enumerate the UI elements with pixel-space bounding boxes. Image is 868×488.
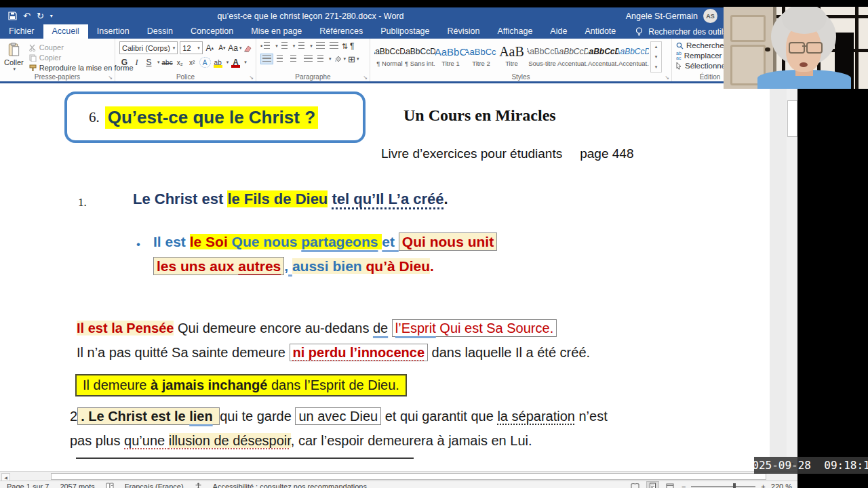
style-accentuat[interactable]: AaBbCcDtAccentuat... (588, 41, 618, 72)
italic-button[interactable]: I (132, 57, 142, 68)
tab-publipostage[interactable]: Publipostage (372, 24, 438, 39)
tab-antidote[interactable]: Antidote (576, 24, 625, 39)
tab-affichage[interactable]: Affichage (488, 24, 541, 39)
text-line-1: Il est la Pensée Qui demeure encore au-d… (77, 321, 557, 336)
screen: ↶ ↻ ▾ qu’est-ce que le christ leçon 271-… (0, 0, 868, 488)
account-area[interactable]: Angele St-Germain AS (626, 9, 717, 23)
align-center-button[interactable] (275, 54, 287, 64)
subscript-button[interactable]: x₂ (175, 57, 185, 68)
paste-button[interactable]: Coller ▾ (4, 41, 24, 72)
font-color-caret-icon[interactable]: ▾ (244, 60, 247, 65)
print-layout-button[interactable] (646, 481, 659, 488)
highlight-caret-icon[interactable]: ▾ (226, 60, 229, 65)
styles-dialog-launcher[interactable]: ↘ (665, 75, 669, 81)
zoom-in-button[interactable]: + (761, 483, 765, 488)
shrink-font-button[interactable]: A▾ (217, 43, 227, 54)
text-segment: qu’une (124, 433, 169, 448)
underline-button[interactable]: S (144, 57, 154, 68)
style-titre-1[interactable]: AaBbCTitre 1 (435, 41, 466, 72)
style-normal[interactable]: AaBbCcDc¶ Normal (374, 41, 405, 72)
tab-dessin[interactable]: Dessin (138, 24, 182, 39)
clear-formatting-button[interactable] (243, 43, 253, 54)
show-paragraph-marks-button[interactable]: ¶ (350, 41, 354, 51)
multilevel-list-button[interactable]: ▾ (297, 41, 313, 51)
strikethrough-button[interactable]: abc (162, 57, 173, 68)
language-indicator[interactable]: Français (France) (125, 483, 184, 488)
zoom-out-button[interactable]: − (682, 483, 686, 488)
replace-label: Remplacer (684, 52, 722, 60)
text-segment: Qui demeure encore au-dedans (174, 321, 373, 336)
text-segment: pas plus (70, 433, 124, 448)
zoom-slider[interactable] (691, 486, 755, 487)
font-dialog-launcher[interactable]: ↘ (249, 75, 254, 81)
change-case-button[interactable]: Aa▾ (229, 43, 241, 54)
search-icon (676, 42, 684, 49)
text-segment: dans l’Esprit de Dieu. (271, 378, 399, 392)
styles-scroll-down-icon[interactable]: ▾ (655, 54, 658, 60)
align-left-button[interactable] (260, 54, 273, 64)
horizontal-scrollbar-thumb[interactable] (51, 473, 766, 480)
text-highlight-button[interactable]: ab (213, 57, 223, 68)
increase-indent-button[interactable] (328, 41, 340, 51)
font-group-label: Police (115, 73, 256, 81)
clipboard-group-label: Presse-papiers (0, 73, 115, 81)
font-color-button[interactable]: A (231, 57, 241, 68)
styles-scroll-up-icon[interactable]: ▴ (655, 44, 658, 49)
justify-button[interactable] (302, 54, 314, 64)
zoom-slider-thumb[interactable] (733, 483, 736, 488)
avatar[interactable]: AS (703, 9, 717, 23)
tab-insertion[interactable]: Insertion (88, 24, 138, 39)
copy-label: Copier (39, 54, 61, 62)
styles-gallery-scroll[interactable]: ▴ ▾ ▾ (650, 41, 662, 73)
read-mode-icon (631, 483, 639, 488)
line-spacing-button[interactable]: ▾ (316, 54, 332, 64)
style-accentuat[interactable]: AaBbCcDtAccentuat... (618, 41, 649, 72)
style-titre-2[interactable]: AaBbCcITitre 2 (466, 41, 496, 72)
style-sous-titre[interactable]: AaBbCcDSous-titre (527, 41, 557, 72)
zoom-level[interactable]: 220 % (771, 483, 792, 488)
superscript-button[interactable]: x² (187, 57, 197, 68)
read-mode-button[interactable] (629, 482, 641, 488)
vertical-scrollbar[interactable]: ▼ (787, 85, 797, 471)
numbering-button[interactable]: ▾ (280, 41, 296, 51)
bold-button[interactable]: G (119, 57, 130, 68)
bullets-button[interactable]: •▾ (260, 41, 278, 51)
grow-font-button[interactable]: A▴ (205, 43, 215, 54)
book-subtitle: Livre d’exercices pour étudiantspage 448 (381, 146, 633, 161)
paragraph-dialog-launcher[interactable]: ↘ (363, 75, 368, 81)
sort-button[interactable]: ⇅ (342, 42, 348, 51)
document-page[interactable]: 6. Qu’est-ce que le Christ ? Un Cours en… (0, 85, 770, 471)
text-segment: à jamais inchangé (151, 378, 271, 392)
decrease-indent-button[interactable] (315, 41, 326, 51)
scissors-icon (29, 44, 37, 52)
style-accentuat[interactable]: AaBbCcDtAccentuat... (557, 41, 588, 72)
style-titre[interactable]: AaBTitre (496, 41, 527, 72)
horizontal-scrollbar[interactable]: ◀ (0, 471, 797, 481)
tab-fichier[interactable]: Fichier (0, 24, 43, 39)
align-right-button[interactable] (289, 54, 300, 64)
tab-aide[interactable]: Aide (541, 24, 576, 39)
underline-caret-icon[interactable]: ▾ (157, 60, 160, 65)
tab-mise-en-page[interactable]: Mise en page (242, 24, 311, 39)
page-indicator[interactable]: Page 1 sur 7 (7, 483, 49, 488)
tab-conception[interactable]: Conception (182, 24, 242, 39)
style-sans-int[interactable]: AaBbCcDc¶ Sans int... (405, 41, 435, 72)
tab-références[interactable]: Références (311, 24, 372, 39)
text-segment: l’Esprit Qui est Sa Source. (392, 319, 557, 337)
borders-button[interactable]: ⊞▾ (348, 54, 359, 64)
vertical-scrollbar-thumb[interactable] (787, 100, 797, 137)
shading-button[interactable]: ▾ (334, 55, 347, 63)
text-effects-button[interactable]: A (199, 57, 211, 68)
web-layout-button[interactable] (665, 482, 676, 488)
accessibility-status[interactable]: Accessibilité : consultez nos recommanda… (213, 483, 367, 488)
tab-révision[interactable]: Révision (439, 24, 489, 39)
font-name-combo[interactable]: Calibri (Corps) ▾ (119, 41, 178, 54)
text-segment: tel qu’Il L’a créé (332, 190, 443, 207)
paste-caret-icon[interactable]: ▾ (14, 66, 16, 72)
clipboard-dialog-launcher[interactable]: ↘ (108, 75, 113, 81)
styles-more-icon[interactable]: ▾ (655, 64, 658, 70)
word-count[interactable]: 2057 mots (60, 483, 94, 488)
proofing-icon[interactable] (106, 483, 114, 488)
font-size-combo[interactable]: 12 ▾ (180, 41, 203, 54)
tab-accueil[interactable]: Accueil (43, 24, 88, 39)
